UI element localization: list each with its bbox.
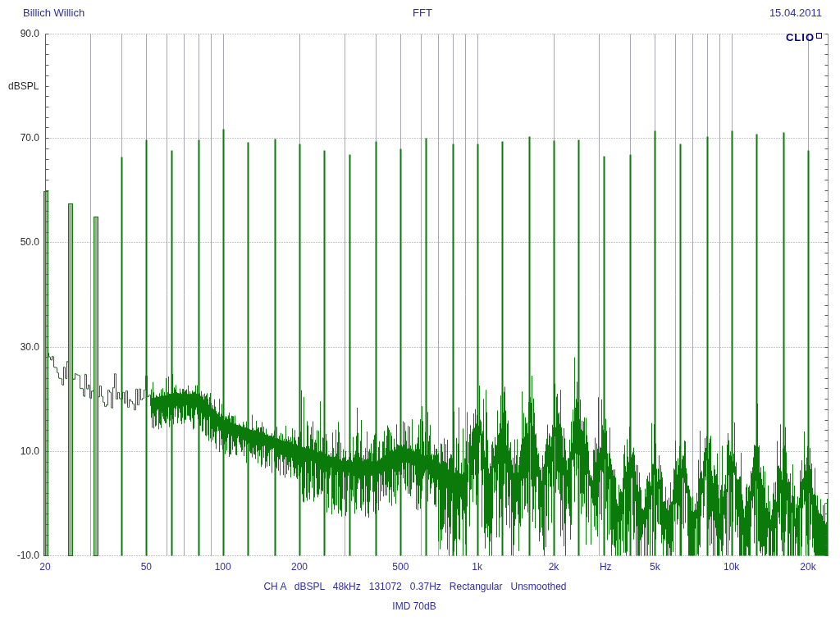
y-tick-label: -10.0 xyxy=(0,550,39,561)
clio-logo-trademark-mark xyxy=(816,33,822,39)
y-tick-label: 30.0 xyxy=(0,341,39,353)
measurement-date: 15.04.2011 xyxy=(769,7,822,19)
clio-logo: CLIO xyxy=(786,31,815,43)
measurement-type-label: FFT xyxy=(413,7,432,19)
fft-spectrum-canvas xyxy=(0,0,840,630)
x-tick-label: 5k xyxy=(650,561,660,573)
x-tick-label: 500 xyxy=(392,561,409,573)
clio-fft-window: Billich Willich FFT 15.04.2011 CLIO dBSP… xyxy=(0,0,840,630)
x-tick-label: 20k xyxy=(800,561,815,573)
y-tick-label: 90.0 xyxy=(0,28,39,39)
y-tick-label: 70.0 xyxy=(0,132,39,144)
x-tick-label: 2k xyxy=(549,561,559,573)
y-tick-label: 50.0 xyxy=(0,236,39,248)
measurement-settings-statusline: CH A dBSPL 48kHz 131072 0.37Hz Rectangul… xyxy=(263,581,566,592)
x-tick-label: 50 xyxy=(141,561,152,573)
x-tick-label: 20 xyxy=(39,561,50,573)
measurement-name-statusline: IMD 70dB xyxy=(392,600,436,612)
x-tick-label: 200 xyxy=(291,561,308,573)
x-tick-label: 1k xyxy=(472,561,482,573)
measurement-title: Billich Willich xyxy=(23,7,84,19)
y-axis-unit-label: dBSPL xyxy=(8,80,39,92)
x-tick-label: 100 xyxy=(215,561,231,573)
x-axis-unit-label: Hz xyxy=(600,561,612,573)
x-tick-label: 10k xyxy=(724,561,739,573)
y-tick-label: 10.0 xyxy=(0,445,39,457)
